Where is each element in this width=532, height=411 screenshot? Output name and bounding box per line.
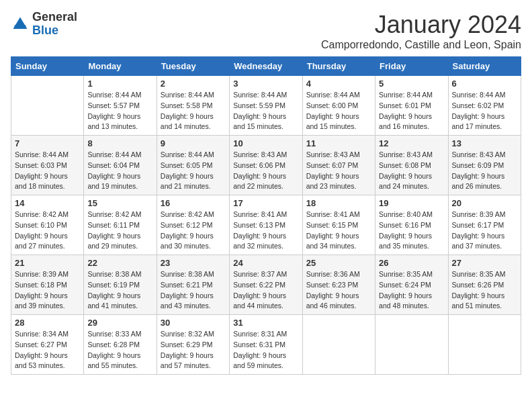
calendar-cell: 28Sunrise: 8:34 AM Sunset: 6:27 PM Dayli… <box>11 315 84 375</box>
day-info: Sunrise: 8:44 AM Sunset: 6:02 PM Dayligh… <box>452 90 517 132</box>
calendar-cell: 14Sunrise: 8:42 AM Sunset: 6:10 PM Dayli… <box>11 195 84 255</box>
location-subtitle: Camporredondo, Castille and Leon, Spain <box>321 39 521 51</box>
day-number: 8 <box>87 138 152 148</box>
calendar-cell: 21Sunrise: 8:39 AM Sunset: 6:18 PM Dayli… <box>11 255 84 315</box>
calendar-cell: 29Sunrise: 8:33 AM Sunset: 6:28 PM Dayli… <box>84 315 157 375</box>
day-info: Sunrise: 8:44 AM Sunset: 5:58 PM Dayligh… <box>161 90 226 132</box>
day-info: Sunrise: 8:44 AM Sunset: 6:01 PM Dayligh… <box>379 90 444 132</box>
calendar-cell: 10Sunrise: 8:43 AM Sunset: 6:06 PM Dayli… <box>230 136 302 195</box>
day-number: 19 <box>379 198 444 208</box>
day-number: 5 <box>379 79 444 89</box>
day-info: Sunrise: 8:33 AM Sunset: 6:28 PM Dayligh… <box>87 329 152 371</box>
calendar-cell: 13Sunrise: 8:43 AM Sunset: 6:09 PM Dayli… <box>448 136 521 195</box>
calendar-cell: 6Sunrise: 8:44 AM Sunset: 6:02 PM Daylig… <box>448 76 521 136</box>
day-number: 14 <box>15 198 80 208</box>
calendar-cell: 2Sunrise: 8:44 AM Sunset: 5:58 PM Daylig… <box>157 76 229 136</box>
calendar-week-row: 1Sunrise: 8:44 AM Sunset: 5:57 PM Daylig… <box>11 76 521 136</box>
calendar-cell: 5Sunrise: 8:44 AM Sunset: 6:01 PM Daylig… <box>375 76 448 136</box>
day-number: 4 <box>306 79 371 89</box>
logo: General Blue <box>11 11 77 38</box>
day-info: Sunrise: 8:44 AM Sunset: 5:59 PM Dayligh… <box>233 90 298 132</box>
calendar-cell: 16Sunrise: 8:42 AM Sunset: 6:12 PM Dayli… <box>157 195 229 255</box>
calendar-cell: 11Sunrise: 8:43 AM Sunset: 6:07 PM Dayli… <box>302 136 375 195</box>
day-number: 15 <box>87 198 152 208</box>
calendar-cell <box>11 76 84 136</box>
svg-rect-1 <box>15 25 26 29</box>
calendar-cell: 27Sunrise: 8:35 AM Sunset: 6:26 PM Dayli… <box>448 255 521 315</box>
day-number: 7 <box>15 138 80 148</box>
day-number: 18 <box>306 198 371 208</box>
calendar-table: SundayMondayTuesdayWednesdayThursdayFrid… <box>11 56 521 375</box>
weekday-header-sunday: Sunday <box>11 57 84 76</box>
day-number: 16 <box>161 198 226 208</box>
title-area: January 2024 Camporredondo, Castille and… <box>321 11 521 51</box>
day-number: 21 <box>15 258 80 268</box>
day-number: 9 <box>161 138 226 148</box>
logo-text: General Blue <box>32 11 77 38</box>
weekday-header-row: SundayMondayTuesdayWednesdayThursdayFrid… <box>11 57 521 76</box>
day-number: 2 <box>161 79 226 89</box>
weekday-header-wednesday: Wednesday <box>230 57 302 76</box>
calendar-cell: 19Sunrise: 8:40 AM Sunset: 6:16 PM Dayli… <box>375 195 448 255</box>
day-info: Sunrise: 8:41 AM Sunset: 6:15 PM Dayligh… <box>306 210 371 252</box>
weekday-header-saturday: Saturday <box>448 57 521 76</box>
day-info: Sunrise: 8:42 AM Sunset: 6:10 PM Dayligh… <box>15 210 80 252</box>
day-number: 31 <box>233 318 298 328</box>
day-number: 11 <box>306 138 371 148</box>
calendar-week-row: 21Sunrise: 8:39 AM Sunset: 6:18 PM Dayli… <box>11 255 521 315</box>
day-number: 20 <box>452 198 517 208</box>
day-number: 24 <box>233 258 298 268</box>
calendar-cell: 4Sunrise: 8:44 AM Sunset: 6:00 PM Daylig… <box>302 76 375 136</box>
calendar-cell: 24Sunrise: 8:37 AM Sunset: 6:22 PM Dayli… <box>230 255 302 315</box>
calendar-cell: 20Sunrise: 8:39 AM Sunset: 6:17 PM Dayli… <box>448 195 521 255</box>
calendar-week-row: 28Sunrise: 8:34 AM Sunset: 6:27 PM Dayli… <box>11 315 521 375</box>
weekday-header-monday: Monday <box>84 57 157 76</box>
calendar-cell: 7Sunrise: 8:44 AM Sunset: 6:03 PM Daylig… <box>11 136 84 195</box>
day-info: Sunrise: 8:42 AM Sunset: 6:12 PM Dayligh… <box>161 210 226 252</box>
calendar-week-row: 14Sunrise: 8:42 AM Sunset: 6:10 PM Dayli… <box>11 195 521 255</box>
day-info: Sunrise: 8:40 AM Sunset: 6:16 PM Dayligh… <box>379 210 444 252</box>
calendar-week-row: 7Sunrise: 8:44 AM Sunset: 6:03 PM Daylig… <box>11 136 521 195</box>
day-info: Sunrise: 8:37 AM Sunset: 6:22 PM Dayligh… <box>233 269 298 312</box>
day-info: Sunrise: 8:38 AM Sunset: 6:19 PM Dayligh… <box>87 269 152 312</box>
calendar-cell: 9Sunrise: 8:44 AM Sunset: 6:05 PM Daylig… <box>157 136 229 195</box>
day-number: 25 <box>306 258 371 268</box>
day-info: Sunrise: 8:43 AM Sunset: 6:08 PM Dayligh… <box>379 150 444 192</box>
day-info: Sunrise: 8:43 AM Sunset: 6:07 PM Dayligh… <box>306 150 371 192</box>
calendar-cell: 30Sunrise: 8:32 AM Sunset: 6:29 PM Dayli… <box>157 315 229 375</box>
calendar-cell: 31Sunrise: 8:31 AM Sunset: 6:31 PM Dayli… <box>230 315 302 375</box>
day-number: 12 <box>379 138 444 148</box>
calendar-cell: 3Sunrise: 8:44 AM Sunset: 5:59 PM Daylig… <box>230 76 302 136</box>
calendar-cell: 23Sunrise: 8:38 AM Sunset: 6:21 PM Dayli… <box>157 255 229 315</box>
weekday-header-tuesday: Tuesday <box>157 57 229 76</box>
weekday-header-thursday: Thursday <box>302 57 375 76</box>
calendar-cell: 17Sunrise: 8:41 AM Sunset: 6:13 PM Dayli… <box>230 195 302 255</box>
calendar-cell: 15Sunrise: 8:42 AM Sunset: 6:11 PM Dayli… <box>84 195 157 255</box>
calendar-cell: 12Sunrise: 8:43 AM Sunset: 6:08 PM Dayli… <box>375 136 448 195</box>
calendar-cell: 1Sunrise: 8:44 AM Sunset: 5:57 PM Daylig… <box>84 76 157 136</box>
calendar-cell: 26Sunrise: 8:35 AM Sunset: 6:24 PM Dayli… <box>375 255 448 315</box>
calendar-cell <box>375 315 448 375</box>
day-number: 28 <box>15 318 80 328</box>
day-info: Sunrise: 8:36 AM Sunset: 6:23 PM Dayligh… <box>306 269 371 312</box>
calendar-cell <box>302 315 375 375</box>
day-number: 10 <box>233 138 298 148</box>
day-info: Sunrise: 8:39 AM Sunset: 6:18 PM Dayligh… <box>15 269 80 312</box>
day-number: 13 <box>452 138 517 148</box>
calendar-cell: 18Sunrise: 8:41 AM Sunset: 6:15 PM Dayli… <box>302 195 375 255</box>
day-info: Sunrise: 8:44 AM Sunset: 6:00 PM Dayligh… <box>306 90 371 132</box>
day-number: 27 <box>452 258 517 268</box>
logo-blue: Blue <box>32 24 77 38</box>
day-info: Sunrise: 8:44 AM Sunset: 5:57 PM Dayligh… <box>87 90 152 132</box>
calendar-cell: 25Sunrise: 8:36 AM Sunset: 6:23 PM Dayli… <box>302 255 375 315</box>
day-info: Sunrise: 8:44 AM Sunset: 6:04 PM Dayligh… <box>87 150 152 192</box>
day-info: Sunrise: 8:44 AM Sunset: 6:03 PM Dayligh… <box>15 150 80 192</box>
day-info: Sunrise: 8:43 AM Sunset: 6:09 PM Dayligh… <box>452 150 517 192</box>
calendar-cell: 22Sunrise: 8:38 AM Sunset: 6:19 PM Dayli… <box>84 255 157 315</box>
day-number: 29 <box>87 318 152 328</box>
day-info: Sunrise: 8:41 AM Sunset: 6:13 PM Dayligh… <box>233 210 298 252</box>
calendar-cell: 8Sunrise: 8:44 AM Sunset: 6:04 PM Daylig… <box>84 136 157 195</box>
day-info: Sunrise: 8:31 AM Sunset: 6:31 PM Dayligh… <box>233 329 298 371</box>
day-info: Sunrise: 8:35 AM Sunset: 6:26 PM Dayligh… <box>452 269 517 312</box>
logo-general: General <box>32 11 77 24</box>
